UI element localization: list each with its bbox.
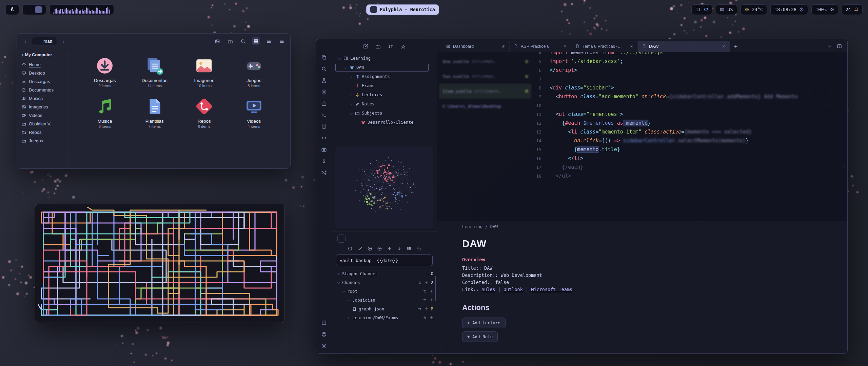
undo-icon[interactable] xyxy=(423,316,427,320)
git-branch-icon[interactable] xyxy=(337,235,346,243)
sidebar-item-imagenes[interactable]: Imagenes xyxy=(22,103,65,111)
toolbar-search-icon[interactable] xyxy=(239,37,247,45)
chevron-down-icon[interactable] xyxy=(347,298,350,302)
chevron-down-icon[interactable] xyxy=(344,66,348,69)
link-microsoft-teams[interactable]: Microsoft Teams xyxy=(531,287,572,292)
sidebar-item-descargas[interactable]: Descargas xyxy=(22,77,65,86)
pin-icon[interactable] xyxy=(501,44,505,48)
chevron-down-icon[interactable] xyxy=(337,272,340,275)
ribbon-calendar-icon[interactable] xyxy=(321,101,327,106)
undo-icon[interactable] xyxy=(418,307,422,311)
plus-icon[interactable] xyxy=(429,298,433,302)
git-undo-icon[interactable] xyxy=(416,246,421,251)
chevron-right-icon[interactable] xyxy=(355,121,359,124)
ribbon-shuffle-icon[interactable] xyxy=(321,170,327,176)
close-icon[interactable] xyxy=(722,44,726,48)
tree-item-assignments[interactable]: Assignments xyxy=(335,72,433,81)
git-upload-icon[interactable] xyxy=(387,246,392,251)
forward-button[interactable]: › xyxy=(60,38,67,45)
folder-juegos[interactable]: Juegos8 items xyxy=(229,56,279,88)
chevron-right-icon[interactable] xyxy=(350,75,353,78)
breadcrumb[interactable]: matt xyxy=(32,37,57,45)
sidebar-item-home[interactable]: Home xyxy=(22,60,65,69)
ribbon-search-icon[interactable] xyxy=(321,66,327,72)
toolbar-list-icon[interactable] xyxy=(265,37,273,45)
sidebar-item-obsidian-v[interactable]: Obsidian V.. xyxy=(22,120,65,128)
ribbon-camera-icon[interactable] xyxy=(321,147,327,152)
ribbon-box-icon[interactable] xyxy=(321,320,327,326)
graph-settings-icon[interactable] xyxy=(426,149,431,154)
link-aules[interactable]: Aules xyxy=(481,287,495,292)
tab-asp-practice-6[interactable]: ASP Practice 6 xyxy=(510,41,571,52)
ribbon-gear-icon[interactable] xyxy=(321,343,327,349)
close-icon[interactable] xyxy=(563,44,567,48)
tree-item-desarrollo-cliente[interactable]: Desarrollo-Cliente xyxy=(335,118,433,127)
tree-item-lectures[interactable]: Lectures xyxy=(335,90,433,99)
ribbon-code-icon[interactable] xyxy=(321,135,327,141)
module-keyboard-layout[interactable]: US xyxy=(716,4,737,15)
tree-item-notes[interactable]: Notes xyxy=(335,99,433,108)
tree-item-daw[interactable]: DAW xyxy=(335,63,429,72)
tab-daw[interactable]: DAW xyxy=(638,41,730,52)
git-circle-minus-icon[interactable] xyxy=(377,246,382,251)
graph-filter-icon[interactable] xyxy=(426,157,431,162)
tab-dashboard[interactable]: Dashboard xyxy=(442,41,510,52)
git-refresh-icon[interactable] xyxy=(348,246,353,251)
toolbar-menu-icon[interactable] xyxy=(278,37,285,45)
folder-imagenes[interactable]: Imagenes10 items xyxy=(179,56,229,88)
commit-message-input[interactable] xyxy=(340,258,421,263)
git-row-learning-daw-exams[interactable]: Learning/DAW/Exams xyxy=(335,313,433,322)
chevron-down-icon[interactable] xyxy=(350,111,353,115)
explorer-folder-plus-icon[interactable] xyxy=(375,44,381,49)
tree-item-subjects[interactable]: Subjects xyxy=(335,108,433,118)
sidebar-item-repos[interactable]: Repos xyxy=(22,128,65,137)
git-row-graph-json[interactable]: graph.jsonM xyxy=(335,304,433,313)
git-row-staged-changes[interactable]: Staged Changes—0 xyxy=(335,269,433,278)
local-graph-panel[interactable] xyxy=(335,146,433,228)
git-row-root[interactable]: root xyxy=(335,287,433,296)
ribbon-help-icon[interactable] xyxy=(321,331,327,337)
editor-area[interactable]: One.sveltesrc\compo…UTwo.sveltesrc\compo… xyxy=(437,52,847,221)
folder-musica[interactable]: Musica6 items xyxy=(80,97,130,128)
chevron-down-icon[interactable] xyxy=(347,316,350,319)
plus-icon[interactable] xyxy=(424,307,428,311)
sidebar-item-musica[interactable]: Musica xyxy=(22,94,65,103)
chevron-right-icon[interactable] xyxy=(350,93,353,97)
undo-icon[interactable] xyxy=(423,298,427,302)
module-notifications[interactable]: 24 xyxy=(842,4,863,15)
chevron-right-icon[interactable] xyxy=(350,84,353,87)
chevron-down-icon[interactable] xyxy=(342,289,345,293)
folder-plantillas[interactable]: Plantillas7 items xyxy=(130,97,180,128)
chevron-down-icon[interactable] xyxy=(338,57,341,60)
link-outlook[interactable]: Outlook xyxy=(504,287,523,292)
folder-videos[interactable]: Videos4 items xyxy=(229,97,279,128)
notes-icon[interactable] xyxy=(35,6,42,13)
tree-item-exams[interactable]: Exams xyxy=(335,81,433,90)
module-volume[interactable]: 100% xyxy=(811,4,838,15)
explorer-edit-icon[interactable] xyxy=(363,44,368,49)
undo-icon[interactable] xyxy=(418,280,422,284)
ribbon-flask-icon[interactable] xyxy=(321,78,327,83)
explorer-collapse-icon[interactable] xyxy=(400,44,406,49)
module-weather[interactable]: 24°C xyxy=(741,4,767,15)
git-check-icon[interactable] xyxy=(357,246,362,251)
panel-scrollbar[interactable] xyxy=(435,276,436,301)
git-download2-icon[interactable] xyxy=(397,246,402,251)
chevron-right-icon[interactable] xyxy=(350,102,353,106)
undo-icon[interactable] xyxy=(423,289,427,293)
plus-icon[interactable] xyxy=(429,289,433,293)
new-tab-button[interactable] xyxy=(730,41,742,52)
plus-icon[interactable] xyxy=(424,280,428,284)
git-circle-plus-icon[interactable] xyxy=(367,246,372,251)
toolbar-image-icon[interactable] xyxy=(213,37,221,45)
folder-descargas[interactable]: Descargas2 items xyxy=(80,56,130,88)
git-row-changes[interactable]: Changes2 xyxy=(335,278,433,287)
sidebar-item-documentos[interactable]: Documentos xyxy=(22,86,65,94)
close-icon[interactable] xyxy=(630,44,633,48)
sidebar-item-videos[interactable]: Videos xyxy=(22,111,65,120)
ribbon-book-icon[interactable] xyxy=(321,124,327,129)
sidebar-item-juegos[interactable]: Juegos xyxy=(22,137,65,145)
launcher-button[interactable]: Λ xyxy=(5,4,19,15)
media-player-widget[interactable]: Polyphia - Neurotica xyxy=(366,4,439,15)
sidebar-item-desktop[interactable]: Desktop xyxy=(22,69,65,77)
